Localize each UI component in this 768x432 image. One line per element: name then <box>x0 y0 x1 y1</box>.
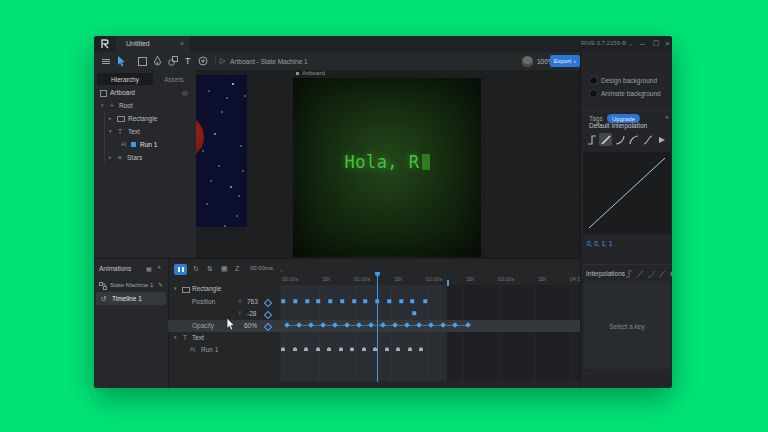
interp-custom-icon[interactable] <box>669 270 672 278</box>
tab-hierarchy[interactable]: Hierarchy <box>97 73 153 85</box>
star-dot <box>236 215 238 217</box>
star-dot <box>226 97 228 99</box>
interp-ease-out-button[interactable] <box>627 133 640 146</box>
inspector-panel: Design background Animate background Tag… <box>580 52 672 388</box>
star-dot <box>206 203 208 205</box>
tab-assets[interactable]: Assets <box>155 73 193 85</box>
text-run-icon: A| <box>190 346 195 352</box>
interp-linear-icon[interactable] <box>636 270 644 278</box>
track-rectangle-label: Rectangle <box>192 285 221 292</box>
tree-item-root[interactable]: ▾ + Root <box>94 100 196 112</box>
snap-grid-icon[interactable]: ▦ <box>221 265 228 273</box>
pause-button[interactable] <box>174 264 187 275</box>
artboard-label-text: Artboard <box>302 70 325 76</box>
menu-icon[interactable] <box>102 55 110 67</box>
interpolation-curve-graph[interactable] <box>583 152 671 234</box>
artboard-row-label: Artboard <box>110 89 135 96</box>
ruler-label: 30f <box>311 276 341 282</box>
design-background-swatch[interactable] <box>589 76 598 85</box>
canvas-text[interactable]: Hola, R <box>293 152 481 172</box>
transform-tool-icon[interactable] <box>138 55 147 67</box>
keyframe-toggle-icon[interactable] <box>264 322 272 330</box>
version-caret-icon[interactable]: ∨ <box>629 42 632 47</box>
stage-canvas[interactable]: Artboard Hola, R <box>196 70 580 258</box>
track-opacity[interactable]: Opacity 60% <box>168 320 580 332</box>
keyframe-toggle-icon[interactable] <box>264 310 272 318</box>
track-position-x[interactable]: Position X 763 <box>168 296 580 308</box>
opacity-value[interactable]: 60% <box>244 322 257 329</box>
tab-close-icon[interactable]: × <box>180 40 184 47</box>
sort-icon[interactable]: ⇅ <box>207 265 213 273</box>
interp-ease-in-icon[interactable] <box>647 270 655 278</box>
tree-open-icon[interactable]: ▾ <box>174 285 177 291</box>
tree-closed-icon[interactable]: ▸ <box>109 154 112 160</box>
artboard-label-icon <box>296 72 299 75</box>
play-preview-icon[interactable]: ▷ <box>220 55 225 67</box>
tree-open-icon[interactable]: ▸ <box>109 115 112 121</box>
minimize-button[interactable]: – <box>640 39 644 48</box>
folder-icon[interactable]: ▦ <box>146 265 152 272</box>
star-dot <box>214 133 216 135</box>
position-x-value[interactable]: 763 <box>247 298 258 305</box>
artboard-context-menu[interactable]: Artboard - State Machine 1 <box>230 58 308 65</box>
star-dot <box>242 170 244 172</box>
tree-open-icon[interactable]: ▾ <box>174 334 177 340</box>
track-position-y[interactable]: Y -28 <box>168 308 580 320</box>
interp-ease-in-button[interactable] <box>613 133 626 146</box>
zoom-fit-icon[interactable]: Z <box>235 265 239 272</box>
loop-mode-icon[interactable]: ↻ <box>193 265 199 273</box>
desktop-background: { "app": { "version": "RIVE 0.7.2156-B" … <box>0 0 768 432</box>
keyframe-toggle-icon[interactable] <box>264 298 272 306</box>
add-tag-icon[interactable]: + <box>665 114 669 121</box>
star-dot <box>208 90 210 92</box>
divider <box>581 264 672 265</box>
position-y-value[interactable]: -28 <box>247 310 256 317</box>
track-text[interactable]: ▾ T Text <box>168 332 580 344</box>
export-button[interactable]: Export ∨ <box>550 55 580 67</box>
interp-hold-icon[interactable] <box>625 270 633 278</box>
add-animation-icon[interactable]: + <box>157 264 161 271</box>
state-machine-label: State Machine 1 <box>110 282 153 288</box>
star-dot <box>221 111 223 113</box>
edit-pencil-icon[interactable]: ✎ <box>158 281 163 288</box>
interpolations-icon-row <box>625 270 672 278</box>
tree-open-icon[interactable]: ▾ <box>101 102 104 108</box>
select-tool-icon[interactable] <box>117 55 126 67</box>
text-icon: T <box>183 334 187 341</box>
time-display[interactable]: 00:00ms <box>250 265 273 271</box>
group-icon: + <box>110 102 114 109</box>
track-rectangle[interactable]: ▾ Rectangle <box>168 283 580 295</box>
image-tool-icon[interactable] <box>198 55 208 67</box>
track-run[interactable]: A| Run 1 <box>168 344 580 356</box>
timeline-1-row[interactable]: ↺ Timeline 1 <box>96 292 166 305</box>
tree-item-rectangle[interactable]: ▸ Rectangle <box>94 113 196 125</box>
text-tool-icon[interactable]: T <box>185 55 191 67</box>
animate-background-label: Animate background <box>601 90 661 97</box>
interp-custom-button[interactable] <box>655 133 668 146</box>
planet-shape <box>196 115 204 159</box>
close-button[interactable]: × <box>665 39 670 48</box>
interp-cubic-icon[interactable] <box>658 270 666 278</box>
artboard-checkbox-icon[interactable] <box>100 90 107 97</box>
state-machine-row[interactable]: State Machine 1 ✎ <box>94 279 168 292</box>
interp-linear-button[interactable] <box>599 133 612 146</box>
tree-open-icon[interactable]: ▾ <box>109 128 112 134</box>
interp-cubic-button[interactable] <box>641 133 654 146</box>
pen-tool-icon[interactable] <box>153 55 162 67</box>
track-text-label: Text <box>192 334 204 341</box>
tree-item-run[interactable]: A| Run 1 <box>94 139 196 151</box>
document-tab[interactable]: Untitled × <box>116 36 190 52</box>
artboard[interactable]: Hola, R <box>293 78 481 257</box>
avatar[interactable] <box>522 56 533 67</box>
animate-background-swatch[interactable] <box>589 89 598 98</box>
target-icon[interactable]: ◎ <box>182 89 188 97</box>
interp-hold-button[interactable] <box>585 133 598 146</box>
tree-item-text[interactable]: ▾ T Text <box>94 126 196 138</box>
artboard-label[interactable]: Artboard <box>296 70 325 76</box>
interpolations-label: Interpolations <box>586 270 625 277</box>
tree-item-stars[interactable]: ▸ ≡ Stars <box>94 152 196 164</box>
artboard-row[interactable]: Artboard ◎ <box>94 87 196 99</box>
maximize-button[interactable]: ▢ <box>653 39 660 47</box>
shape-tool-icon[interactable] <box>168 55 178 67</box>
rive-logo-icon <box>100 39 110 49</box>
